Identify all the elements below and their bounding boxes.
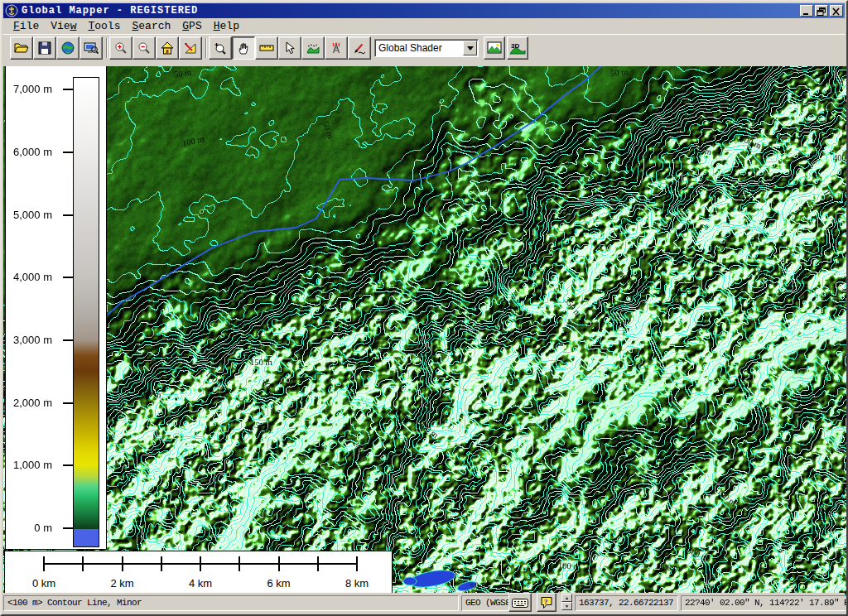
status-feature-info: <100 m> Contour Line, Minor [3,595,459,611]
app-icon [5,4,18,17]
full-view-home-button[interactable] [156,36,179,60]
menu-search[interactable]: Search [127,19,177,33]
scale-bar-line [317,556,319,571]
menu-tools[interactable]: Tools [83,19,127,33]
toolbar: Global Shader 3D [3,34,845,65]
contour-elevation-label: 100 m [558,561,581,571]
menu-file[interactable]: File [8,19,46,33]
workspace-button[interactable] [80,36,103,60]
contour-elevation-label: 400 m [658,564,681,573]
scale-bar-label: 2 km [110,577,133,590]
contour-elevation-label: 50 m [479,185,497,194]
legend-tick [63,402,74,404]
contour-elevation-label: 50 m [610,68,629,78]
scale-bar-line [200,556,201,571]
svg-text:?: ? [544,597,548,605]
window-controls [800,5,843,17]
legend-tick-label: 0 m [3,522,52,534]
scale-bar-label: 0 km [32,577,55,590]
scale-bar-label: 8 km [345,577,369,590]
shader-combo[interactable]: Global Shader [374,39,479,57]
contour-elevation-label: 500 m [499,305,521,313]
legend-tick [63,277,74,278]
window-title: Global Mapper - REGISTERED [22,5,198,17]
save-button[interactable] [33,36,56,60]
title-bar: Global Mapper - REGISTERED [3,3,845,18]
legend-tick [63,152,74,153]
zoom-out-button[interactable] [132,36,156,60]
scale-bar-line [122,556,123,571]
open-file-button[interactable] [10,36,33,60]
map-client-area: 7,000 m6,000 m5,000 m4,000 m3,000 m2,000… [3,66,848,596]
scale-bar-line [356,556,358,571]
menu-help[interactable]: Help [209,19,246,33]
3d-view-button[interactable]: 3D [507,36,528,60]
scale-bar-label: 6 km [267,577,290,590]
menu-view[interactable]: View [46,19,83,33]
scale-bar-label: 4 km [189,577,212,590]
zoom-in-button[interactable] [109,36,132,60]
scale-bar-line [43,556,45,571]
legend-tick [63,339,74,341]
legend-tick-label: 2,000 m [3,397,52,409]
status-bar: <100 m> Contour Line, Minor GEO (WGS8 16… [3,593,845,613]
toolbar-separator [106,38,108,58]
scale-bar-line [238,556,240,571]
zoom-tool-button[interactable] [209,36,232,60]
shader-combo-value: Global Shader [375,42,463,54]
elevation-gradient-bar [73,77,99,547]
overlay-control-center-button[interactable] [484,36,505,60]
legend-tick [63,89,74,90]
help-button[interactable]: ? [537,593,556,612]
legend-tick-label: 5,000 m [3,209,52,221]
status-coordinates: 163737, 22.66722137 ) [575,595,678,611]
scale-bar-line [161,556,162,571]
restore-button[interactable] [815,5,828,17]
legend-tick-label: 1,000 m [3,459,52,471]
status-projection: GEO (WGS8 [461,595,509,611]
last-view-button[interactable] [179,36,202,60]
pointer-tool-button[interactable] [278,36,301,60]
svg-text:3D: 3D [511,42,519,50]
contour-elevation-label: 100 m [672,283,683,306]
chevron-down-icon [467,46,474,51]
minimize-button[interactable] [800,5,813,17]
scale-bar-line [82,556,84,571]
spinner-down-button[interactable]: ▼ [561,602,572,610]
scale-bar: 0 km2 km4 km6 km8 km [4,551,393,594]
globe-button[interactable] [56,36,80,60]
map-canvas[interactable] [3,66,848,596]
measure-tool-button[interactable] [255,36,278,60]
menu-bar: File View Tools Search GPS Help [3,18,845,34]
contour-elevation-label: 400 m [833,154,848,162]
elevation-legend: 7,000 m6,000 m5,000 m4,000 m3,000 m2,000… [5,66,107,550]
contour-elevation-label: 150 m [250,359,272,367]
coordinate-spinner: ▲ ▼ [561,594,572,610]
shader-combo-dropdown-button[interactable] [463,41,477,55]
digitizer-tool-button[interactable] [348,36,371,60]
view-shed-button[interactable] [325,36,348,60]
close-button[interactable] [830,5,843,17]
scale-bar-line [278,556,280,571]
toolbar-separator [205,38,207,58]
menu-gps[interactable]: GPS [177,19,208,33]
legend-tick [63,464,74,466]
legend-tick-label: 7,000 m [3,83,52,95]
keyboard-button[interactable] [508,593,532,612]
legend-tick-label: 3,000 m [3,334,52,346]
legend-tick-label: 4,000 m [3,271,52,283]
pan-tool-button[interactable] [232,36,255,60]
contour-elevation-label: 30 m [225,318,243,327]
legend-tick [63,214,74,216]
path-profile-button[interactable] [301,36,325,60]
spinner-up-button[interactable]: ▲ [561,594,572,602]
app-window: Global Mapper - REGISTERED File View Too… [0,0,848,616]
legend-tick [63,527,74,529]
legend-tick-label: 6,000 m [3,146,52,158]
status-latlon: 22?40' 02.00" N, 114?22' 17.89" E [681,595,848,611]
